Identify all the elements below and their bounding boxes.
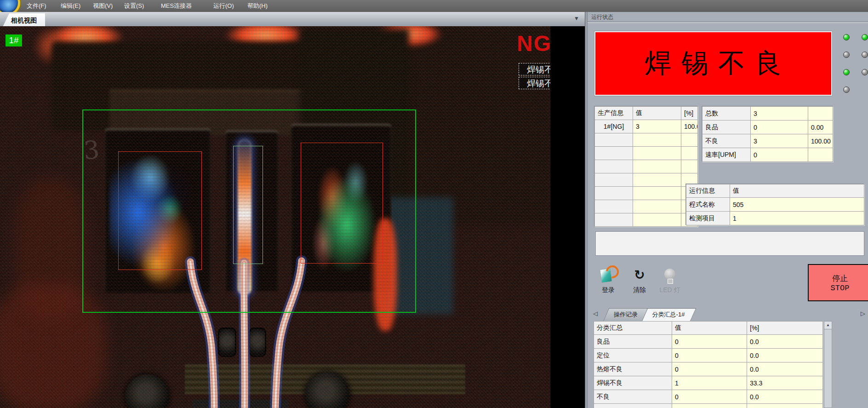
table-cell [633,213,681,227]
summary-table: 分类汇总值[%]良品00.0定位00.0热熔不良00.0焊锡不良133.3不良0… [594,321,823,408]
id-badge-icon [600,268,612,283]
table-cell [595,147,633,160]
run-info-table: 运行信息值程式名称505检测项目1 [686,184,864,225]
column-header: [%] [681,107,698,120]
table-cell [595,213,633,227]
table-cell: 总数 [702,107,751,121]
light-bulb-icon [664,269,675,280]
camera-index-badge: 1# [6,34,22,46]
column-header: 值 [633,107,681,120]
table-cell: 0 [672,349,747,362]
table-cell [633,133,681,147]
column-header: 运行信息 [686,184,730,198]
column-header: 分类汇总 [594,322,672,335]
menu-run[interactable]: 运行(O) [211,0,237,12]
defect-label: 焊锡不良 [519,63,550,75]
message-box [595,231,864,256]
table-cell: 不良 [702,134,751,148]
led-indicator [862,52,868,58]
login-button-label: 登录 [595,286,622,294]
defect-label: 焊锡不良 [519,77,550,89]
table-cell: 0.0 [747,390,823,404]
led-indicator [843,69,850,75]
table-cell [747,404,823,408]
led-indicator [843,86,850,93]
scroll-up-icon[interactable]: ▲ [824,322,832,329]
table-cell [672,404,747,408]
camera-photo: 3 [0,26,550,408]
table-cell: 0.0 [747,335,823,349]
led-indicator [843,34,850,40]
table-cell [808,107,833,121]
table-cell: 100.00 [808,134,833,148]
column-header: 值 [672,322,747,335]
led-light-button[interactable]: LED 灯 [657,268,683,301]
table-cell [633,173,681,187]
tab-scroll-right-icon[interactable]: ▷ [861,310,865,317]
menu-file[interactable]: 文件(F) [24,0,49,12]
roi-rectangle-middle-pin [233,146,263,264]
table-cell [595,133,633,147]
table-cell: 程式名称 [686,198,730,212]
camera-tab-bar: 相机视图 ▼ [0,12,585,27]
tab-label: 操作记录 [614,311,638,318]
clear-button[interactable]: ↻ 清除 [626,268,653,301]
table-cell: 0.00 [808,121,833,134]
led-button-label: LED 灯 [657,286,683,294]
table-cell: 3 [751,134,808,148]
table-cell: 33.3 [747,376,823,390]
stop-button[interactable]: 停止 STOP [808,264,868,301]
table-cell: 0.0 [747,362,823,376]
menu-edit[interactable]: 编辑(E) [58,0,83,12]
table-cell: 良品 [594,335,672,349]
panel-title: 运行状态 [591,13,613,21]
table-cell: 0 [672,362,747,376]
tab-operation-log[interactable]: 操作记录 [606,308,645,321]
run-status-panel: 运行状态 焊锡不良 生产信息值[%]1#[NG]3100.00 总数3良品00.… [588,12,868,408]
tab-scroll-left-icon[interactable]: ◁ [593,310,598,317]
table-cell: 505 [730,198,864,212]
table-cell [594,404,672,408]
app-logo [0,0,20,12]
tab-camera-view[interactable]: 相机视图 [3,13,45,27]
table-cell [595,187,633,200]
app-window: 文件(F) 编辑(E) 视图(V) 设置(S) MES连接器 运行(O) 帮助(… [0,0,868,408]
defect-rectangle-left [118,151,202,270]
bottom-tab-strip: ◁ 操作记录 分类汇总-1# ▷ [588,306,868,321]
table-cell: 1 [672,376,747,390]
stats-table: 总数3良品00.00不良3100.00速率[UPM]0 [702,106,833,162]
table-cell [633,160,681,173]
table-cell: 3 [751,107,808,121]
defect-rectangle-right [301,143,383,264]
tab-classification-summary[interactable]: 分类汇总-1# [645,308,692,321]
scrollbar[interactable]: ▲ [824,321,832,408]
table-cell [681,160,698,173]
table-cell [681,133,698,147]
stop-button-label-en: STOP [831,284,850,293]
ng-result-label: NG [517,31,550,56]
camera-pane: 相机视图 ▼ [0,12,585,408]
led-indicator [862,34,868,40]
table-cell: 检测项目 [686,212,730,225]
clear-button-label: 清除 [626,286,653,294]
table-cell: 0 [751,148,808,162]
chevron-down-icon[interactable]: ▼ [574,15,579,22]
menu-settings[interactable]: 设置(S) [121,0,147,12]
table-cell: 不良 [594,390,672,404]
table-cell: 定位 [594,349,672,362]
menu-view[interactable]: 视图(V) [90,0,115,12]
menu-mes-connector[interactable]: MES连接器 [158,0,194,12]
led-indicator [862,69,868,75]
production-table: 生产信息值[%]1#[NG]3100.00 [594,106,698,227]
table-cell: 0 [672,335,747,349]
table-cell: 1#[NG] [595,120,633,133]
table-cell [633,147,681,160]
table-cell: 0 [672,390,747,404]
summary-table-wrap: 分类汇总值[%]良品00.0定位00.0热熔不良00.0焊锡不良133.3不良0… [594,321,824,408]
column-header: 生产信息 [595,107,633,120]
table-cell: 良品 [702,121,751,134]
login-button[interactable]: 登录 [595,268,622,301]
menu-help[interactable]: 帮助(H) [245,0,270,12]
table-cell [595,200,633,213]
tab-label: 分类汇总-1# [652,311,685,318]
